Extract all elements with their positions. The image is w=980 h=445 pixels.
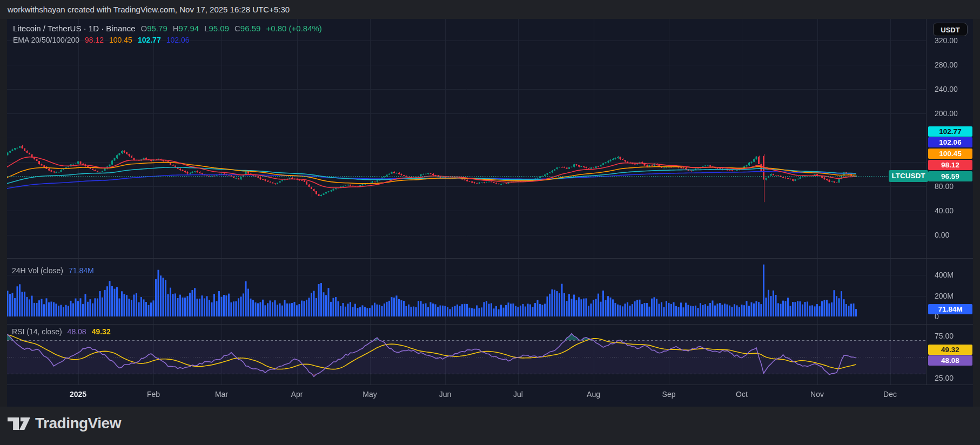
time-axis-label-Dec: Dec <box>883 390 897 399</box>
time-axis-label-Jun: Jun <box>439 390 452 399</box>
symbol-title[interactable]: Litecoin / TetherUS · 1D · Binance <box>13 24 136 33</box>
volume-axis-label: 400M <box>935 271 954 279</box>
attribution-bar: workwithshayan created with TradingView.… <box>0 0 980 19</box>
price-axis-label: 200.00 <box>935 109 958 118</box>
tradingview-logo: TradingView <box>8 415 121 432</box>
chart-widget[interactable]: Litecoin / TetherUS · 1D · BinanceO95.79… <box>7 19 973 407</box>
rsi-axis-label: 75.00 <box>935 332 954 340</box>
ema-title[interactable]: EMA 20/50/100/200 <box>13 36 79 44</box>
rsi-chip-48.08: 48.08 <box>928 355 972 366</box>
price-chip-96.59: 96.59 <box>928 171 972 181</box>
open-label: O <box>141 24 147 33</box>
time-axis-label-Sep: Sep <box>662 390 676 399</box>
volume-legend[interactable]: 24H Vol (close)71.84M <box>12 266 94 275</box>
price-axis-label: 320.00 <box>935 36 958 45</box>
time-axis-label-Nov: Nov <box>810 390 824 399</box>
close-label: C <box>234 24 240 33</box>
price-chip-102.06: 102.06 <box>928 137 972 147</box>
symbol-price-tag: LTCUSDT <box>889 170 928 182</box>
ema200-value: 102.06 <box>166 36 190 44</box>
rsi-chip-49.32: 49.32 <box>928 345 972 355</box>
volume-axis-label: 200M <box>935 292 954 300</box>
price-axis-label: 40.00 <box>935 206 954 215</box>
time-axis-label-Apr: Apr <box>291 390 303 399</box>
price-chart-canvas[interactable] <box>7 19 973 407</box>
time-axis-label-Oct: Oct <box>736 390 748 399</box>
high-label: H <box>173 24 179 33</box>
rsi-value: 48.08 <box>68 327 86 336</box>
footer-bar: TradingView <box>0 407 980 445</box>
volume-chip: 71.84M <box>928 304 972 314</box>
price-axis-label: 80.00 <box>935 182 954 191</box>
time-axis-label-Feb: Feb <box>147 390 160 399</box>
time-axis-label-Jul: Jul <box>513 390 523 399</box>
close-value: 96.59 <box>240 24 261 33</box>
tradingview-logo-icon <box>8 417 30 430</box>
tradingview-snapshot: workwithshayan created with TradingView.… <box>0 0 980 445</box>
symbol-legend[interactable]: Litecoin / TetherUS · 1D · BinanceO95.79… <box>13 24 322 33</box>
ema-legend[interactable]: EMA 20/50/100/20098.12100.45102.77102.06 <box>13 36 195 44</box>
price-chip-102.77: 102.77 <box>928 126 972 137</box>
tradingview-wordmark: TradingView <box>35 415 121 432</box>
change-value: +0.80 (+0.84%) <box>266 24 321 33</box>
high-value: 97.94 <box>179 24 199 33</box>
rsi-axis-label: 25.00 <box>935 374 954 382</box>
price-chip-100.45: 100.45 <box>928 149 972 159</box>
price-axis-label: 0.00 <box>935 231 949 239</box>
ema50-value: 100.45 <box>109 36 132 44</box>
ema20-value: 98.12 <box>85 36 104 44</box>
volume-title[interactable]: 24H Vol (close) <box>12 266 63 275</box>
time-axis-label-2025: 2025 <box>70 390 86 399</box>
rsi-legend[interactable]: RSI (14, close)48.0849.32 <box>12 327 111 336</box>
open-value: 95.79 <box>147 24 167 33</box>
volume-value: 71.84M <box>69 266 94 275</box>
currency-toggle-button[interactable]: USDT <box>933 23 968 36</box>
price-chip-98.12: 98.12 <box>928 160 972 170</box>
time-axis-label-Mar: Mar <box>215 390 228 399</box>
rsi-title[interactable]: RSI (14, close) <box>12 327 62 336</box>
price-axis-label: 280.00 <box>935 60 958 69</box>
low-value: 95.09 <box>209 24 229 33</box>
ema100-value: 102.77 <box>138 36 161 44</box>
attribution-text: workwithshayan created with TradingView.… <box>8 5 290 14</box>
time-axis-label-Aug: Aug <box>587 390 600 399</box>
time-axis-label-May: May <box>363 390 377 399</box>
price-axis-label: 240.00 <box>935 85 958 93</box>
rsi-ma-value: 49.32 <box>92 327 111 336</box>
